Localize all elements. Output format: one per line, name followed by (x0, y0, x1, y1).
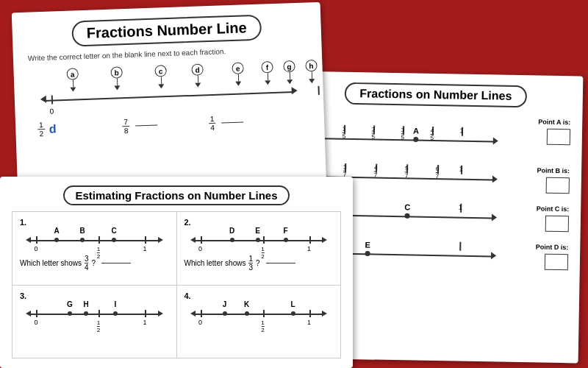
point-d-answer-box (545, 254, 568, 271)
cell-4-nl: 0 12 1 J K L (184, 303, 334, 324)
dot-B (80, 238, 85, 242)
cell-1-question: Which letter shows 34 ? (20, 255, 169, 272)
tick-label-0: 0 (49, 107, 54, 115)
lbl-half-3: 12 (97, 319, 100, 333)
blank-line-3 (222, 121, 244, 123)
cell-2-q-text: Which letter shows (184, 259, 246, 267)
lbl-0-1: 0 (34, 245, 37, 252)
grid-cell-3: 3. 0 12 1 G H I (12, 286, 177, 359)
point-c-label-text: Point C is: (537, 205, 570, 213)
point-E-label: E (365, 240, 371, 249)
lbl-0-4: 0 (198, 319, 202, 326)
point-C-label: C (404, 202, 410, 211)
card1-number-line: a b c d e f g (28, 60, 309, 113)
dot-A (54, 238, 59, 242)
cell-3-nl: 0 12 1 G H I (20, 303, 169, 324)
letter-I-3: I (115, 300, 117, 308)
letter-D-2: D (229, 227, 234, 235)
nl1-label-2: 25 (372, 126, 376, 141)
dot-I (113, 311, 118, 316)
point-b-label-text: Point B is: (537, 166, 570, 174)
fraction-1-4: 1 4 (209, 115, 216, 132)
point-a-label-text: Point A is: (538, 118, 570, 126)
letter-d-indicator: d (191, 63, 204, 88)
lbl-0-3: 0 (34, 319, 37, 326)
letter-a: a (66, 68, 79, 80)
letter-b-indicator: b (110, 66, 123, 91)
cell-2-num: 2. (184, 218, 334, 227)
fraction-item-2: 7 8 (122, 117, 157, 135)
letter-K-4: K (244, 300, 249, 308)
letter-E-2: E (255, 227, 260, 235)
point-E-dot (365, 251, 370, 256)
nl1-label-1: 15 (343, 125, 346, 140)
lbl-0-2: 0 (198, 245, 202, 252)
letter-h-indicator: h (305, 60, 318, 84)
dot-H (84, 311, 88, 316)
lbl-1-4: 1 (307, 319, 311, 326)
cell-2-nl: 0 12 1 D E F (184, 230, 334, 250)
letter-a-indicator: a (66, 68, 79, 92)
cell-3-num: 3. (20, 291, 169, 300)
letter-e: e (232, 62, 244, 74)
card1-title: Fractions Number Line (71, 15, 262, 47)
cell-2-question: Which letter shows 13 ? (184, 255, 334, 272)
cell-1-q-text: Which letter shows (20, 259, 82, 267)
grid-cell-2: 2. 0 12 1 D E F Which letter shows (177, 212, 342, 286)
dot-D (230, 238, 234, 242)
letter-g-indicator: g (283, 60, 295, 85)
card2-title: Fractions on Number Lines (345, 82, 527, 107)
cell-2-blank (266, 263, 295, 263)
dot-E (256, 238, 260, 242)
nl3-label-1: 1 (459, 204, 462, 211)
letter-C-1: C (111, 227, 116, 235)
dot-L (291, 311, 295, 316)
card3-title: Estimating Fractions on Number Lines (63, 185, 289, 205)
letter-G-3: G (67, 300, 73, 308)
nl2-label-2: 47 (374, 164, 378, 179)
nl1-label-4: 45 (431, 127, 434, 141)
lbl-half-1: 12 (97, 245, 100, 260)
cell-1-fraction: 34 (85, 255, 89, 272)
nl2-label-1: 37 (343, 163, 347, 178)
letter-A-1: A (54, 227, 59, 235)
dot-F (284, 238, 288, 242)
fraction-item-1: 1 2 d (37, 120, 57, 138)
lbl-1-2: 1 (307, 245, 311, 252)
letter-J-4: J (223, 300, 227, 308)
dot-G (68, 311, 72, 316)
letter-b: b (110, 66, 123, 79)
nl2-label-4: 67 (436, 165, 440, 180)
letter-c: c (154, 65, 167, 77)
fraction-7-8: 7 8 (122, 118, 129, 135)
cell-4-num: 4. (184, 291, 334, 300)
cell-1-blank (101, 263, 131, 263)
point-a-answer-box (547, 129, 570, 146)
point-d-label-text: Point D is: (536, 243, 569, 251)
lbl-half-2: 12 (261, 245, 264, 260)
letter-d: d (191, 63, 204, 76)
fraction-item-3: 1 4 (209, 113, 244, 132)
card-fractions-number-line: Fractions Number Line Write the correct … (12, 2, 326, 197)
dot-K (245, 311, 249, 316)
card1-subtitle: Write the correct letter on the blank li… (28, 44, 307, 62)
letter-H-3: H (83, 300, 88, 308)
letter-e-indicator: e (232, 62, 244, 86)
nl2-label-5: 1 (459, 166, 463, 173)
letter-B-1: B (79, 227, 85, 235)
problems-grid: 1. 0 12 1 A (12, 211, 341, 358)
letter-F-2: F (283, 227, 287, 235)
cell-2-fraction: 13 (248, 255, 253, 272)
letter-f-indicator: f (261, 61, 273, 85)
cell-1-nl: 0 12 1 A B C (20, 230, 169, 250)
point-b-answer-box (546, 177, 570, 194)
lbl-1-3: 1 (143, 319, 146, 326)
dot-J (223, 311, 227, 316)
nl2-label-3: 57 (405, 164, 409, 179)
letter-L-4: L (290, 300, 295, 308)
nl1-label-3: 35 (401, 126, 405, 141)
letter-g: g (283, 60, 295, 73)
blank-line-2 (135, 125, 157, 127)
point-A-label: A (413, 126, 419, 135)
letter-h: h (305, 60, 318, 72)
